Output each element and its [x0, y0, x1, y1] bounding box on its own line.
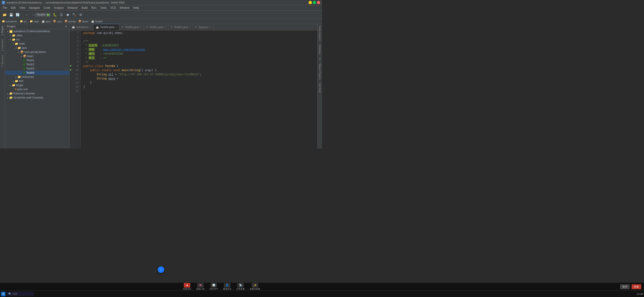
- tab-Sql.java[interactable]: ↻Sql.java×: [193, 24, 213, 30]
- menu-item-window[interactable]: Window: [118, 6, 131, 10]
- tree-item-src[interactable]: ▾📁src: [5, 38, 69, 42]
- breadcrumb-item-test04[interactable]: ☕Test04: [91, 20, 102, 23]
- right-panel-m[interactable]: m: [318, 56, 322, 62]
- menu-item-edit[interactable]: Edit: [9, 6, 18, 10]
- save-button[interactable]: 💾: [8, 12, 14, 18]
- breadcrumb-item-autodemo[interactable]: 📁autodemo: [2, 20, 17, 23]
- tree-arrow: ▸: [14, 76, 18, 78]
- tab-close[interactable]: ×: [116, 26, 117, 28]
- right-panel-ant-build[interactable]: Ant Build: [318, 82, 322, 94]
- window-controls[interactable]: − □ ×: [309, 1, 320, 4]
- right-panel-redis-explorer[interactable]: Redis Explorer: [318, 24, 322, 43]
- menu-item-navigate[interactable]: Navigate: [27, 6, 42, 10]
- breadcrumb-item-src[interactable]: 📁src: [20, 20, 27, 23]
- menu-item-file[interactable]: File: [1, 6, 9, 10]
- tab-Test03.java[interactable]: ↻Test03.java×: [119, 24, 144, 30]
- tab-close[interactable]: ×: [209, 26, 211, 28]
- tree-item-autodemo-root[interactable]: ▾🗂️autodemo D:/demo/autodemo: [5, 29, 69, 34]
- project-tab[interactable]: 1: Project: [1, 24, 4, 37]
- editor-content[interactable]: ▶▶ 123456789101112131415 package com.qzc…: [70, 30, 318, 148]
- code-line-11[interactable]: String url = "http://47.108.153.47:18089…: [84, 72, 318, 76]
- build-button[interactable]: 🔨: [72, 12, 77, 18]
- run-button[interactable]: ▶: [46, 12, 51, 17]
- close-button[interactable]: ×: [317, 1, 320, 4]
- tree-item-com.qzcsbj.demo[interactable]: ▾📦com.qzcsbj.demo: [5, 50, 69, 54]
- code-line-4[interactable]: * 公众号 ：全栈测试笔记: [84, 43, 318, 48]
- favorites-tab[interactable]: 2: Favorites: [1, 37, 4, 53]
- code-line-13[interactable]: }: [84, 80, 318, 85]
- menu-item-vcs[interactable]: VCS: [108, 6, 118, 10]
- tree-icon: 📦: [23, 54, 26, 58]
- back-button[interactable]: ←: [24, 12, 30, 18]
- menu-item-help[interactable]: Help: [131, 6, 141, 10]
- menu-item-code[interactable]: Code: [42, 6, 52, 10]
- stop-button[interactable]: ⏹: [65, 12, 70, 18]
- structure-tab[interactable]: 7: Structure: [1, 53, 4, 69]
- right-panel-database[interactable]: Database: [318, 43, 322, 56]
- code-line-1[interactable]: package com.qzcsbj.demo;: [84, 31, 318, 35]
- breadcrumb-item-java[interactable]: ☕java: [42, 20, 50, 23]
- breadcrumb-item-com[interactable]: 📦com: [53, 20, 62, 23]
- tab-label: Sql.java: [198, 26, 208, 29]
- tab-Test04.java[interactable]: ☕Test04.java×: [94, 24, 119, 30]
- breadcrumb-item-demo[interactable]: 📦demo: [78, 20, 89, 23]
- code-line-5[interactable]: * 博客 : www.cnblogs.com/unclerong: [84, 48, 318, 52]
- tree-item-Test04[interactable]: CTest04: [5, 71, 69, 75]
- gutter-line-9[interactable]: ▶: [70, 64, 72, 68]
- sync-button[interactable]: 🔄: [15, 12, 20, 18]
- maximize-button[interactable]: □: [313, 1, 316, 4]
- tree-item-external-libs[interactable]: ▸📁External Libraries: [5, 92, 69, 96]
- tab-close[interactable]: ×: [189, 26, 190, 28]
- menu-item-build[interactable]: Build: [80, 6, 90, 10]
- breadcrumb-item-main[interactable]: 📁main: [30, 20, 39, 23]
- tab-Test02.java[interactable]: ↻Test02.java×: [168, 24, 193, 30]
- tree-icon: 📁: [12, 38, 16, 41]
- code-line-9[interactable]: public class Test04 {: [84, 64, 318, 68]
- tab-close[interactable]: ×: [140, 26, 141, 28]
- menu-item-analyze[interactable]: Analyze: [52, 6, 66, 10]
- code-line-2[interactable]: [84, 35, 318, 39]
- code-line-12[interactable]: String para =: [84, 76, 318, 80]
- menu-item-tools[interactable]: Tools: [98, 6, 108, 10]
- tab-Test01.java[interactable]: ↻Test01.java×: [144, 24, 168, 30]
- tree-item-idea[interactable]: ▸📁.idea: [5, 34, 69, 38]
- tab-close[interactable]: ×: [164, 26, 166, 28]
- breadcrumb-item-qzcsbj[interactable]: 📦qzcsbj: [64, 20, 76, 23]
- debug-button[interactable]: 🐛: [52, 12, 58, 18]
- settings-button[interactable]: ⚙: [78, 12, 84, 18]
- code-line-3[interactable]: /**: [84, 39, 318, 43]
- right-panel-maven-projects[interactable]: Maven Projects: [318, 62, 322, 82]
- menu-item-view[interactable]: View: [18, 6, 27, 10]
- tab-autodemo[interactable]: ☕autodemo×: [70, 24, 94, 30]
- tree-item-main[interactable]: ▾📁main: [5, 42, 69, 46]
- tree-item-resources[interactable]: ▸📁resources: [5, 75, 69, 79]
- tree-item-pom.xml[interactable]: Xpom.xml: [5, 87, 69, 92]
- tree-arrow: ▸: [9, 84, 12, 86]
- code-line-10[interactable]: public static void main(String[] args) {: [84, 68, 318, 72]
- menu-item-refactor[interactable]: Refactor: [66, 6, 80, 10]
- menu-item-run[interactable]: Run: [90, 6, 98, 10]
- tree-item-java[interactable]: ▾📁java: [5, 46, 69, 50]
- tree-label: src: [16, 38, 20, 41]
- code-line-7[interactable]: * 备注 : <>: [84, 56, 318, 60]
- tree-item-scratches[interactable]: ▸📁Scratches and Consoles: [5, 96, 69, 100]
- code-line-14[interactable]: }: [84, 85, 318, 89]
- tree-arrow: ▸: [9, 34, 12, 37]
- tree-item-Test02[interactable]: CTest02: [5, 62, 69, 66]
- run-config-dropdown[interactable]: Test03 ▼: [40, 12, 46, 18]
- tree-item-bean[interactable]: ▸📦bean: [5, 54, 69, 58]
- code-line-15[interactable]: [84, 89, 318, 93]
- tab-close[interactable]: ×: [90, 26, 91, 28]
- breadcrumb-text: demo: [82, 20, 89, 23]
- code-editor[interactable]: package com.qzcsbj.demo;/** * 公众号 ：全栈测试笔…: [80, 30, 318, 148]
- run-coverage-button[interactable]: ☰: [58, 12, 64, 18]
- minimize-button[interactable]: −: [309, 1, 312, 4]
- code-line-6[interactable]: * 微信 : ren168632201: [84, 52, 318, 56]
- code-line-8[interactable]: */: [84, 60, 318, 64]
- tree-item-Test01[interactable]: CTest01: [5, 58, 69, 62]
- gutter-line-10[interactable]: ▶: [70, 68, 72, 72]
- tree-item-test[interactable]: ▸📁test: [5, 79, 69, 83]
- tree-item-Test03[interactable]: CTest03: [5, 66, 69, 71]
- open-button[interactable]: 📂: [2, 12, 7, 18]
- tree-item-target[interactable]: ▸📁target: [5, 83, 69, 87]
